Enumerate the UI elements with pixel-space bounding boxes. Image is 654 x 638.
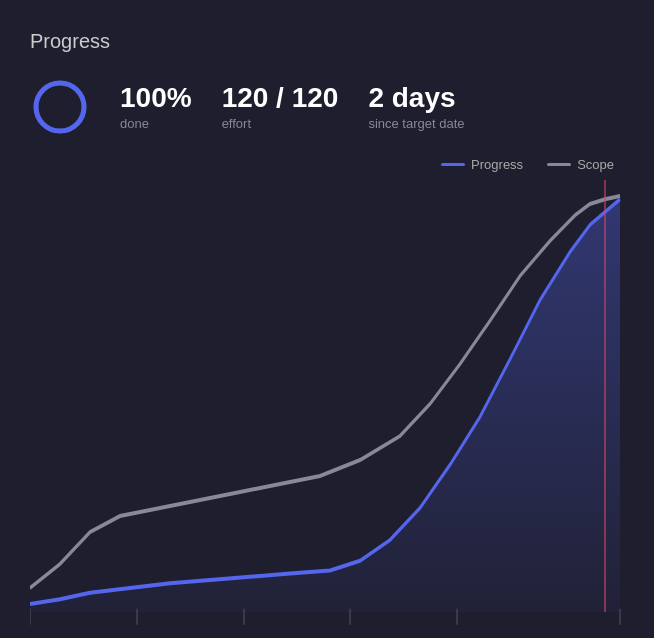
progress-circle xyxy=(30,77,90,137)
stat-effort: 120 / 120 effort xyxy=(222,83,339,131)
legend-progress-label: Progress xyxy=(471,157,523,172)
stat-percent: 100% done xyxy=(120,83,192,131)
svg-point-1 xyxy=(36,83,84,131)
x-axis-labels: Aug 7 Aug 28 Sep 18 Oct 9 Oct 30 Dec 7 xyxy=(30,632,624,638)
percent-label: done xyxy=(120,116,192,131)
days-label: since target date xyxy=(368,116,464,131)
stats-row: 100% done 120 / 120 effort 2 days since … xyxy=(30,77,624,137)
days-value: 2 days xyxy=(368,83,464,114)
page-title: Progress xyxy=(30,30,624,53)
legend-progress: Progress xyxy=(441,157,523,172)
legend-scope: Scope xyxy=(547,157,614,172)
scope-line-indicator xyxy=(547,163,571,166)
effort-value: 120 / 120 xyxy=(222,83,339,114)
progress-line-indicator xyxy=(441,163,465,166)
chart-svg xyxy=(30,180,624,628)
main-container: Progress 100% done 120 / 120 effort 2 da… xyxy=(0,0,654,638)
legend-scope-label: Scope xyxy=(577,157,614,172)
legend-row: Progress Scope xyxy=(30,157,624,172)
percent-value: 100% xyxy=(120,83,192,114)
chart-area: Aug 7 Aug 28 Sep 18 Oct 9 Oct 30 Dec 7 xyxy=(30,180,624,628)
stat-days: 2 days since target date xyxy=(368,83,464,131)
effort-label: effort xyxy=(222,116,339,131)
